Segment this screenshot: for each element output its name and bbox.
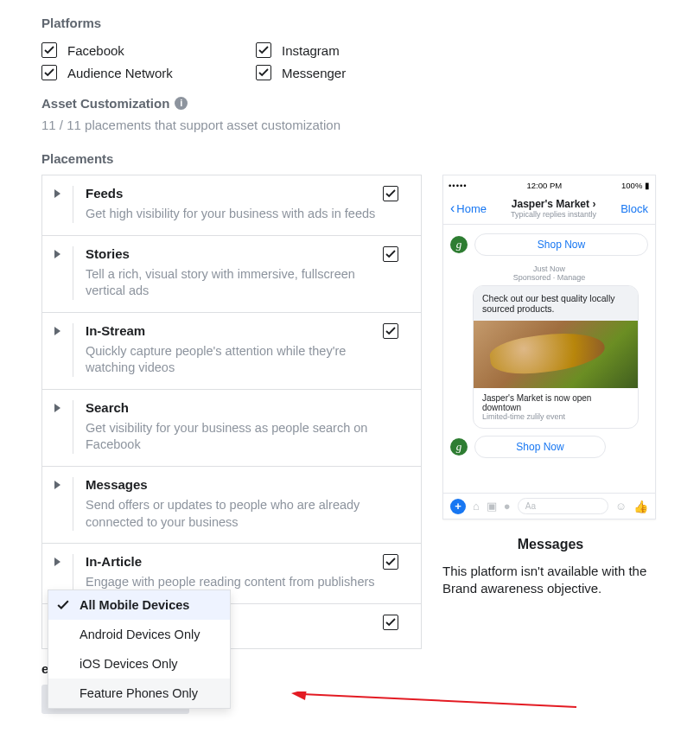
avatar: g xyxy=(450,438,468,456)
like-icon[interactable]: 👍 xyxy=(633,500,648,513)
device-option-all-mobile-devices[interactable]: All Mobile Devices xyxy=(48,590,230,620)
preview-title: Messages xyxy=(442,537,659,552)
placement-desc: Send offers or updates to people who are… xyxy=(86,497,409,531)
nav-home-link[interactable]: ‹Home xyxy=(450,201,487,216)
platform-label: Messenger xyxy=(282,66,346,80)
platforms-heading: Platforms xyxy=(41,16,659,30)
ad-card-title: Jasper's Market is now open downtown xyxy=(482,393,629,412)
placement-title: Stories xyxy=(86,246,376,261)
placement-title: Search xyxy=(86,400,409,415)
check-icon xyxy=(57,599,69,614)
ad-card-image xyxy=(474,321,638,388)
divider xyxy=(73,323,73,377)
phone-status-bar: ••••• 12:00 PM 100% ▮ xyxy=(443,175,655,194)
info-icon[interactable]: i xyxy=(175,97,188,110)
placement-desc: Get visibility for your business as peop… xyxy=(86,420,409,454)
ad-card-headline: Check out our best quality locally sourc… xyxy=(474,286,638,321)
ad-card[interactable]: Check out our best quality locally sourc… xyxy=(473,285,639,429)
ad-preview-phone: ••••• 12:00 PM 100% ▮ ‹Home Jasper's Mar… xyxy=(442,175,656,519)
ad-card-subtitle: Limited-time zulily event xyxy=(482,412,629,421)
chevron-left-icon: ‹ xyxy=(450,201,455,216)
checkbox-audience-network[interactable] xyxy=(41,65,57,80)
placement-checkbox[interactable] xyxy=(383,246,398,262)
placement-desc: Quickly capture people's attention while… xyxy=(86,343,376,377)
mic-icon[interactable]: ● xyxy=(504,500,511,513)
shop-now-button[interactable]: Shop Now xyxy=(474,233,648,256)
asset-customization-sub: 11 / 11 placements that support asset cu… xyxy=(41,118,659,132)
nav-block-link[interactable]: Block xyxy=(620,202,648,215)
divider xyxy=(73,186,73,223)
placements-list: FeedsGet high visibility for your busine… xyxy=(41,175,422,649)
placement-messages[interactable]: MessagesSend offers or updates to people… xyxy=(42,467,421,544)
caret-right-icon xyxy=(54,558,60,566)
avatar: g xyxy=(450,236,468,253)
placement-checkbox[interactable] xyxy=(383,615,398,630)
placement-desc: Engage with people reading content from … xyxy=(86,574,376,591)
placement-title: Feeds xyxy=(86,186,376,201)
signal-icon: ••••• xyxy=(449,181,468,190)
platform-label: Facebook xyxy=(67,43,124,58)
chat-input-bar: + ⌂ ▣ ● Aa ☺ 👍 xyxy=(443,493,655,519)
caret-right-icon xyxy=(54,327,60,335)
caret-right-icon xyxy=(54,189,60,198)
add-icon[interactable]: + xyxy=(450,499,466,514)
placement-title: In-Article xyxy=(86,554,376,569)
checkbox-facebook[interactable] xyxy=(41,42,57,58)
divider xyxy=(73,554,73,591)
platform-label: Audience Network xyxy=(67,66,173,80)
placement-title: In-Stream xyxy=(86,323,376,338)
caret-right-icon xyxy=(54,404,60,412)
placement-search[interactable]: SearchGet visibility for your business a… xyxy=(42,390,421,467)
preview-description: This platform isn't available with the B… xyxy=(442,563,659,598)
chat-text-input[interactable]: Aa xyxy=(518,498,608,514)
status-time: 12:00 PM xyxy=(527,181,563,190)
device-dropdown-menu: All Mobile DevicesAndroid Devices OnlyiO… xyxy=(48,589,231,709)
placement-desc: Tell a rich, visual story with immersive… xyxy=(86,266,376,300)
divider xyxy=(73,246,73,300)
checkbox-messenger[interactable] xyxy=(256,65,271,80)
timestamp-label: Just Now xyxy=(533,264,565,273)
divider xyxy=(73,400,73,454)
emoji-icon[interactable]: ☺ xyxy=(615,500,627,513)
device-option-feature-phones-only[interactable]: Feature Phones Only xyxy=(48,679,230,708)
placement-checkbox[interactable] xyxy=(383,186,398,201)
placement-desc: Get high visibility for your business wi… xyxy=(86,206,376,223)
platform-checkbox-group: Facebook Instagram Audience Network Mess… xyxy=(41,39,659,84)
asset-customization-heading: Asset Customization xyxy=(41,96,169,111)
divider xyxy=(73,477,73,531)
chat-header-sub: Typically replies instantly xyxy=(511,210,596,219)
shop-now-button[interactable]: Shop Now xyxy=(474,436,606,458)
placements-heading: Placements xyxy=(41,151,659,166)
battery-icon: 100% ▮ xyxy=(621,181,650,190)
placement-stories[interactable]: StoriesTell a rich, visual story with im… xyxy=(42,236,421,313)
caret-right-icon xyxy=(54,481,60,489)
caret-right-icon xyxy=(54,250,60,258)
placement-in-stream[interactable]: In-StreamQuickly capture people's attent… xyxy=(42,313,421,390)
placement-title: Messages xyxy=(86,477,409,492)
checkbox-instagram[interactable] xyxy=(256,42,271,58)
placement-checkbox[interactable] xyxy=(383,554,398,570)
sponsored-label: Sponsored · Manage xyxy=(513,273,586,282)
image-icon[interactable]: ▣ xyxy=(487,500,497,513)
placement-checkbox[interactable] xyxy=(383,323,398,339)
chat-header-title: Jasper's Market › xyxy=(511,198,596,210)
device-option-ios-devices-only[interactable]: iOS Devices Only xyxy=(48,649,230,679)
camera-icon[interactable]: ⌂ xyxy=(473,500,480,513)
platform-label: Instagram xyxy=(282,43,340,58)
placement-feeds[interactable]: FeedsGet high visibility for your busine… xyxy=(42,175,421,236)
device-option-android-devices-only[interactable]: Android Devices Only xyxy=(48,620,230,649)
